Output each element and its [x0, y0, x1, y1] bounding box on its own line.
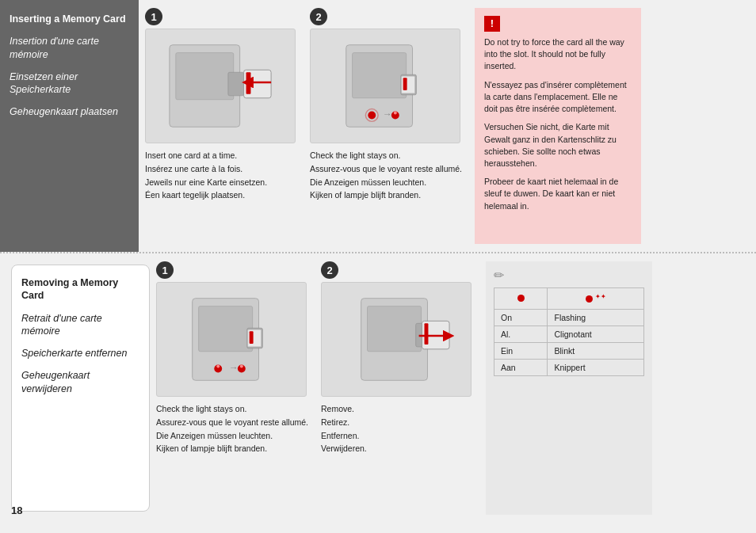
top-sidebar-title4: Geheugenkaart plaatsen — [10, 105, 129, 118]
svg-text:→: → — [229, 362, 239, 373]
note-table-cell: Flashing — [548, 309, 644, 326]
bottom-step1: 1 → — [156, 261, 315, 515]
top-sidebar: Inserting a Memory Card Insertion d'une … — [0, 0, 139, 252]
bottom-sidebar-title1: Removing a Memory Card — [21, 276, 139, 303]
svg-rect-20 — [250, 331, 254, 344]
bottom-sidebar-title3: Speicherkarte entfernen — [21, 347, 139, 360]
bottom-section: Removing a Memory Card Retrait d'une car… — [0, 253, 756, 523]
note-table-cell: Blinkt — [548, 342, 644, 359]
top-step2-caption: Check the light stays on. Assurez-vous q… — [310, 150, 468, 203]
bottom-sidebar: Removing a Memory Card Retrait d'une car… — [11, 265, 150, 512]
bottom-sidebar-title4: Geheugenkaart verwijderen — [21, 369, 139, 395]
svg-rect-17 — [199, 306, 253, 352]
svg-rect-10 — [403, 78, 407, 90]
svg-rect-2 — [228, 72, 244, 96]
top-step2-number: 2 — [310, 8, 327, 25]
top-sidebar-title1: Inserting a Memory Card — [10, 13, 129, 25]
bottom-sidebar-title2: Retrait d'une carte mémoire — [21, 312, 139, 338]
bottom-step2-number: 2 — [321, 261, 338, 279]
note-table-row: OnFlashing — [494, 309, 644, 326]
bottom-step1-image: → — [156, 282, 307, 397]
top-step2-image: → — [310, 29, 460, 143]
top-step1-image — [145, 29, 296, 143]
svg-rect-27 — [368, 306, 422, 352]
bottom-step1-number: 1 — [156, 261, 174, 279]
dot-red-icon — [517, 295, 525, 302]
warning-p3: Versuchen Sie nicht, die Karte mit Gewal… — [484, 121, 632, 169]
note-table-row: EinBlinkt — [494, 342, 644, 359]
top-step2: 2 → — [310, 8, 468, 244]
top-step1-number: 1 — [145, 8, 162, 25]
svg-rect-7 — [353, 53, 407, 98]
warning-p2: N'essayez pas d'insérer complètement la … — [484, 79, 632, 116]
svg-text:→: → — [383, 109, 392, 120]
note-table-cell: Clignotant — [548, 326, 644, 342]
svg-point-11 — [368, 112, 376, 120]
note-table-header-col2: ✦✦ — [548, 288, 644, 310]
note-table-row: AanKnippert — [494, 359, 644, 375]
warning-p4: Probeer de kaart niet helemaal in de sle… — [484, 176, 632, 212]
note-table-cell: Ein — [494, 342, 548, 359]
svg-point-25 — [240, 365, 243, 368]
bottom-step2-caption: Remove. Retirez. Entfernen. Verwijderen. — [321, 403, 479, 456]
svg-rect-30 — [425, 323, 429, 345]
page: Inserting a Memory Card Insertion d'une … — [0, 0, 756, 533]
top-section: Inserting a Memory Card Insertion d'une … — [0, 0, 756, 253]
note-table-row: Al.Clignotant — [494, 326, 644, 342]
svg-rect-1 — [176, 53, 234, 100]
note-table-header-col1 — [494, 288, 548, 310]
top-warning-box: ! Do not try to force the card all the w… — [475, 8, 641, 244]
top-step1-caption: Insert one card at a time. Insérez une c… — [145, 150, 304, 203]
note-table-cell: Knippert — [548, 359, 644, 375]
pencil-icon: ✏ — [494, 268, 644, 283]
warning-icon: ! — [484, 16, 500, 32]
dot-red-flash-icon — [586, 295, 593, 303]
svg-point-22 — [216, 365, 220, 368]
top-step1: 1 — [145, 8, 304, 244]
top-content: 1 — [139, 0, 756, 252]
note-box: ✏ ✦✦ — [486, 261, 652, 515]
note-table-cell: Al. — [494, 326, 548, 342]
note-table-cell: Aan — [494, 359, 548, 375]
top-sidebar-title3: Einsetzen einer Speicherkarte — [10, 70, 129, 97]
svg-point-15 — [394, 112, 397, 115]
bottom-step2: 2 — [321, 261, 479, 515]
note-table: ✦✦ OnFlashingAl.ClignotantEinBlinktAanKn… — [494, 287, 644, 376]
note-table-cell: On — [494, 309, 548, 326]
bottom-step1-caption: Check the light stays on. Assurez-vous q… — [156, 403, 315, 456]
warning-p1: Do not try to force the card all the way… — [484, 36, 632, 73]
page-number: 18 — [11, 504, 22, 516]
top-sidebar-title2: Insertion d'une carte mémoire — [10, 35, 129, 61]
bottom-step2-image — [321, 282, 472, 397]
bottom-content: 1 → — [150, 253, 756, 523]
